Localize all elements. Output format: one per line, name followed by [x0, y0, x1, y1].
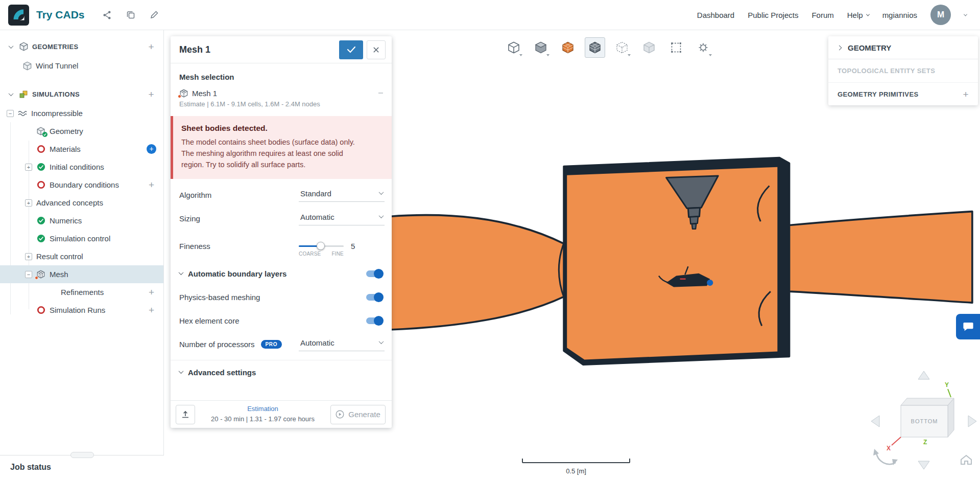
chevron-down-icon[interactable] — [9, 91, 14, 96]
tree-item-result-control[interactable]: + Result control — [0, 247, 163, 265]
sidebar-section-geometries[interactable]: GEOMETRIES + — [0, 36, 163, 57]
nav-username[interactable]: mgiannios — [882, 11, 917, 19]
chevron-down-icon — [379, 213, 384, 218]
sizing-select[interactable]: Automatic — [299, 212, 385, 225]
add-geometry-button[interactable]: + — [149, 42, 155, 52]
automatic-boundary-layers-toggle[interactable] — [366, 270, 383, 277]
user-menu-chevron-icon[interactable] — [964, 12, 967, 16]
cube-face-label: BOTTOM — [911, 418, 938, 424]
expand-toggle[interactable]: + — [25, 253, 32, 260]
nav-arrow-left[interactable] — [871, 416, 879, 427]
algorithm-select[interactable]: Standard — [299, 188, 385, 202]
tree-item-advanced-concepts[interactable]: + Advanced concepts — [0, 194, 163, 212]
isometric-view-icon[interactable] — [504, 37, 524, 58]
tree-item-label: Refinements — [61, 288, 104, 296]
add-simulation-button[interactable]: + — [149, 89, 155, 99]
nav-arrow-down[interactable] — [918, 461, 929, 469]
apply-button[interactable] — [339, 40, 363, 59]
mesh-icon — [36, 270, 45, 279]
chevron-right-icon[interactable] — [837, 45, 842, 50]
add-geometry-primitive-button[interactable]: + — [963, 89, 969, 99]
close-button[interactable] — [367, 40, 386, 59]
box-select-icon[interactable] — [666, 37, 686, 58]
expand-toggle[interactable]: + — [25, 199, 32, 207]
tree-item-simulation-control[interactable]: + Simulation control — [0, 230, 163, 247]
add-boundary-condition-button[interactable]: + — [149, 180, 154, 190]
sidebar-section-simulations[interactable]: SIMULATIONS + — [0, 84, 163, 104]
add-material-badge[interactable]: + — [147, 144, 156, 154]
surface-mesh-icon[interactable] — [558, 37, 578, 58]
add-refinement-button[interactable]: + — [149, 287, 154, 297]
tree-item-initial-conditions[interactable]: + Initial conditions — [0, 158, 163, 176]
header-nav: Dashboard Public Projects Forum Help mgi… — [697, 5, 967, 25]
tree-item-boundary-conditions[interactable]: + Boundary conditions + — [0, 176, 163, 194]
tree-item-refinements[interactable]: + Refinements + — [0, 283, 163, 301]
add-simulation-run-button[interactable]: + — [149, 305, 154, 315]
mesh-status-dot — [178, 95, 181, 98]
app-logo[interactable] — [8, 5, 29, 26]
geometry-status-icon — [36, 127, 45, 136]
tree-item-wind-tunnel[interactable]: Wind Tunnel — [0, 57, 163, 75]
chevron-down-icon[interactable] — [179, 369, 184, 374]
tree-item-materials[interactable]: + Materials + — [0, 140, 163, 158]
duplicate-icon[interactable] — [126, 10, 136, 20]
expand-toggle[interactable]: + — [25, 164, 32, 171]
geometry-panel-header[interactable]: GEOMETRY — [828, 36, 978, 59]
home-view-button[interactable] — [961, 455, 971, 464]
slider-knob[interactable] — [317, 242, 325, 250]
part-icon — [22, 61, 32, 71]
tree-item-label: Initial conditions — [50, 163, 104, 171]
wireframe-icon[interactable] — [639, 37, 659, 58]
upload-button[interactable] — [176, 405, 195, 424]
tree-item-mesh[interactable]: − Mesh — [0, 265, 163, 283]
mesh-item-collapse-icon[interactable] — [378, 93, 383, 94]
processors-select[interactable]: Automatic — [299, 337, 385, 351]
collapse-toggle[interactable]: − — [25, 271, 32, 278]
orientation-widget: BOTTOM X Y Z — [863, 366, 980, 474]
tree-item-label: Result control — [36, 252, 83, 261]
nav-help[interactable]: Help — [847, 11, 869, 19]
shaded-surfaces-icon[interactable] — [531, 37, 551, 58]
edit-icon[interactable] — [149, 10, 159, 20]
physics-based-meshing-toggle[interactable] — [366, 294, 383, 301]
job-status-handle[interactable] — [70, 452, 94, 458]
share-icon[interactable] — [102, 10, 112, 20]
nav-arrow-up[interactable] — [918, 371, 929, 379]
advanced-settings-row[interactable]: Advanced settings — [171, 360, 392, 384]
chat-button[interactable] — [956, 314, 980, 339]
tree-item-numerics[interactable]: + Numerics — [0, 212, 163, 230]
tree-item-incompressible[interactable]: − Incompressible — [0, 104, 163, 122]
job-status-bar[interactable]: Job status — [0, 455, 164, 479]
mesh-quality-icon[interactable] — [693, 37, 713, 58]
upload-icon — [181, 410, 190, 419]
dropdown-caret-icon — [709, 54, 712, 56]
sizing-field: Sizing Automatic — [171, 207, 392, 230]
mesh-item[interactable]: Mesh 1 — [179, 88, 383, 98]
generate-button[interactable]: Generate — [330, 405, 386, 424]
rotate-view-control[interactable] — [873, 449, 898, 465]
tree-item-geometry[interactable]: + Geometry — [0, 122, 163, 140]
estimation-link[interactable]: Estimation — [200, 405, 325, 414]
geometry-primitives-row[interactable]: GEOMETRY PRIMITIVES + — [828, 82, 978, 105]
nav-dashboard[interactable]: Dashboard — [697, 11, 734, 19]
chevron-down-icon[interactable] — [179, 270, 184, 275]
mesh-item-icon — [179, 88, 188, 98]
probe-point[interactable] — [707, 280, 713, 286]
tree-item-simulation-runs[interactable]: + Simulation Runs + — [0, 301, 163, 319]
nav-forum[interactable]: Forum — [811, 11, 833, 19]
fineness-slider[interactable] — [299, 245, 344, 247]
mesh-status-dot — [35, 276, 38, 280]
orientation-cube[interactable]: BOTTOM — [901, 398, 954, 437]
transparent-surfaces-icon[interactable] — [612, 37, 632, 58]
collapse-toggle[interactable]: − — [7, 110, 14, 117]
avatar[interactable]: M — [930, 5, 951, 25]
chevron-down-icon[interactable] — [9, 43, 14, 49]
surfaces-with-edges-icon[interactable] — [585, 37, 605, 58]
physics-based-meshing-row: Physics-based meshing — [171, 285, 392, 309]
tree-item-label: Boundary conditions — [50, 180, 119, 189]
hex-element-core-toggle[interactable] — [366, 317, 383, 324]
tree-item-label: Numerics — [50, 216, 82, 225]
automatic-boundary-layers-row[interactable]: Automatic boundary layers — [171, 262, 392, 285]
nav-arrow-right[interactable] — [968, 416, 976, 427]
nav-public-projects[interactable]: Public Projects — [748, 11, 798, 19]
